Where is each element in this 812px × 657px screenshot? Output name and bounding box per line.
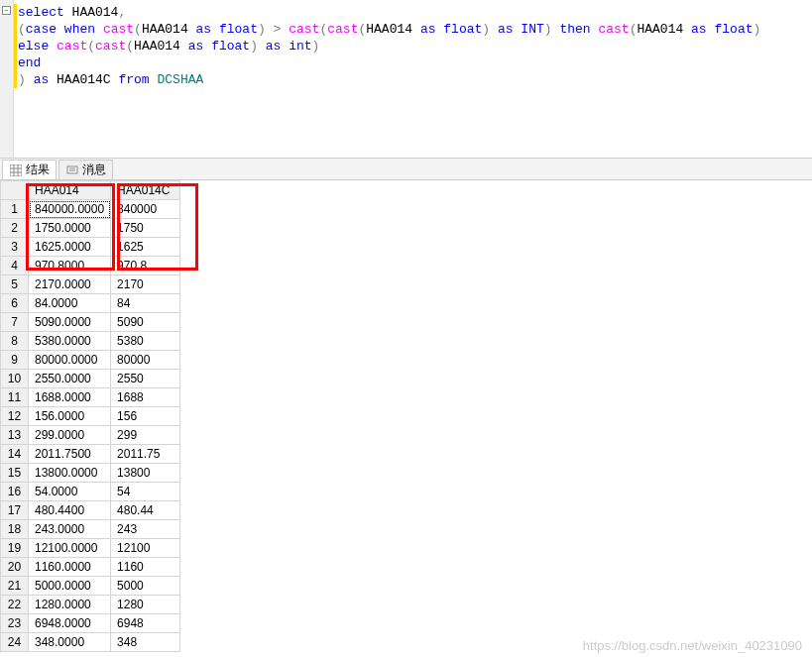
- table-row[interactable]: 12156.0000156: [1, 407, 180, 426]
- cell[interactable]: 1280.0000: [29, 596, 111, 614]
- cell[interactable]: 480.4400: [29, 501, 111, 520]
- cell[interactable]: 1625: [111, 238, 180, 257]
- table-row[interactable]: 142011.75002011.75: [1, 445, 180, 464]
- cell[interactable]: 80000: [111, 351, 180, 370]
- cell[interactable]: 1688.0000: [29, 388, 111, 407]
- cell[interactable]: 840000.0000: [29, 200, 111, 219]
- cell[interactable]: 970.8000: [29, 257, 111, 275]
- table-row[interactable]: 31625.00001625: [1, 238, 180, 257]
- table-row[interactable]: 75090.00005090: [1, 313, 180, 332]
- row-number[interactable]: 8: [1, 332, 29, 351]
- collapse-toggle-icon[interactable]: −: [2, 6, 11, 15]
- row-number[interactable]: 16: [1, 483, 29, 501]
- cell[interactable]: 6948.0000: [29, 614, 111, 633]
- row-number[interactable]: 5: [1, 275, 29, 294]
- sql-editor-pane[interactable]: − select HAA014,(case when cast(HAA014 a…: [0, 0, 812, 159]
- row-number[interactable]: 3: [1, 238, 29, 257]
- cell[interactable]: 1750.0000: [29, 219, 111, 238]
- table-row[interactable]: 201160.00001160: [1, 558, 180, 577]
- row-number[interactable]: 7: [1, 313, 29, 332]
- code-line[interactable]: select HAA014,: [18, 4, 812, 21]
- cell[interactable]: 1750: [111, 219, 180, 238]
- table-row[interactable]: 52170.00002170: [1, 275, 180, 294]
- table-row[interactable]: 215000.00005000: [1, 577, 180, 596]
- cell[interactable]: 243.0000: [29, 520, 111, 539]
- table-row[interactable]: 684.000084: [1, 294, 180, 313]
- results-grid[interactable]: HAA014HAA014C1840000.000084000021750.000…: [0, 180, 180, 652]
- cell[interactable]: 5090.0000: [29, 313, 111, 332]
- table-row[interactable]: 236948.00006948: [1, 614, 180, 633]
- code-line[interactable]: end: [18, 55, 812, 71]
- table-row[interactable]: 21750.00001750: [1, 219, 180, 238]
- cell[interactable]: 970.8: [111, 257, 180, 275]
- table-row[interactable]: 221280.00001280: [1, 596, 180, 614]
- row-number[interactable]: 21: [1, 577, 29, 596]
- table-row[interactable]: 13299.0000299: [1, 426, 180, 445]
- column-header[interactable]: HAA014: [29, 181, 111, 200]
- cell[interactable]: 84.0000: [29, 294, 111, 313]
- cell[interactable]: 5380: [111, 332, 180, 351]
- cell[interactable]: 13800: [111, 464, 180, 483]
- cell[interactable]: 80000.0000: [29, 351, 111, 370]
- row-number[interactable]: 20: [1, 558, 29, 577]
- row-number[interactable]: 13: [1, 426, 29, 445]
- cell[interactable]: 480.44: [111, 501, 180, 520]
- cell[interactable]: 2011.7500: [29, 445, 111, 464]
- row-number[interactable]: 17: [1, 501, 29, 520]
- cell[interactable]: 1280: [111, 596, 180, 614]
- cell[interactable]: 299: [111, 426, 180, 445]
- results-grid-wrap[interactable]: HAA014HAA014C1840000.000084000021750.000…: [0, 180, 812, 656]
- row-number[interactable]: 19: [1, 539, 29, 558]
- row-number[interactable]: 9: [1, 351, 29, 370]
- row-header-blank[interactable]: [1, 181, 29, 200]
- table-row[interactable]: 1513800.000013800: [1, 464, 180, 483]
- cell[interactable]: 348: [111, 633, 180, 652]
- cell[interactable]: 156: [111, 407, 180, 426]
- table-row[interactable]: 980000.000080000: [1, 351, 180, 370]
- cell[interactable]: 1160: [111, 558, 180, 577]
- cell[interactable]: 2550.0000: [29, 370, 111, 388]
- row-number[interactable]: 2: [1, 219, 29, 238]
- cell[interactable]: 84: [111, 294, 180, 313]
- table-row[interactable]: 102550.00002550: [1, 370, 180, 388]
- row-number[interactable]: 14: [1, 445, 29, 464]
- cell[interactable]: 5090: [111, 313, 180, 332]
- cell[interactable]: 54.0000: [29, 483, 111, 501]
- row-number[interactable]: 4: [1, 257, 29, 275]
- cell[interactable]: 1688: [111, 388, 180, 407]
- table-row[interactable]: 85380.00005380: [1, 332, 180, 351]
- row-number[interactable]: 10: [1, 370, 29, 388]
- row-number[interactable]: 1: [1, 200, 29, 219]
- cell[interactable]: 2170: [111, 275, 180, 294]
- row-number[interactable]: 22: [1, 596, 29, 614]
- table-row[interactable]: 1840000.0000840000: [1, 200, 180, 219]
- cell[interactable]: 5380.0000: [29, 332, 111, 351]
- row-number[interactable]: 15: [1, 464, 29, 483]
- code-line[interactable]: ) as HAA014C from DCSHAA: [18, 71, 812, 88]
- code-content[interactable]: select HAA014,(case when cast(HAA014 as …: [18, 4, 812, 88]
- row-number[interactable]: 24: [1, 633, 29, 652]
- row-number[interactable]: 12: [1, 407, 29, 426]
- cell[interactable]: 5000.0000: [29, 577, 111, 596]
- row-number[interactable]: 6: [1, 294, 29, 313]
- cell[interactable]: 348.0000: [29, 633, 111, 652]
- cell[interactable]: 5000: [111, 577, 180, 596]
- cell[interactable]: 12100: [111, 539, 180, 558]
- cell[interactable]: 1160.0000: [29, 558, 111, 577]
- cell[interactable]: 1625.0000: [29, 238, 111, 257]
- row-number[interactable]: 11: [1, 388, 29, 407]
- cell[interactable]: 299.0000: [29, 426, 111, 445]
- row-number[interactable]: 18: [1, 520, 29, 539]
- table-row[interactable]: 24348.0000348: [1, 633, 180, 652]
- cell[interactable]: 2170.0000: [29, 275, 111, 294]
- table-row[interactable]: 1654.000054: [1, 483, 180, 501]
- code-line[interactable]: (case when cast(HAA014 as float) > cast(…: [18, 21, 812, 38]
- cell[interactable]: 13800.0000: [29, 464, 111, 483]
- table-row[interactable]: 1912100.000012100: [1, 539, 180, 558]
- row-number[interactable]: 23: [1, 614, 29, 633]
- cell[interactable]: 840000: [111, 200, 180, 219]
- cell[interactable]: 6948: [111, 614, 180, 633]
- table-row[interactable]: 111688.00001688: [1, 388, 180, 407]
- table-row[interactable]: 4970.8000970.8: [1, 257, 180, 275]
- cell[interactable]: 156.0000: [29, 407, 111, 426]
